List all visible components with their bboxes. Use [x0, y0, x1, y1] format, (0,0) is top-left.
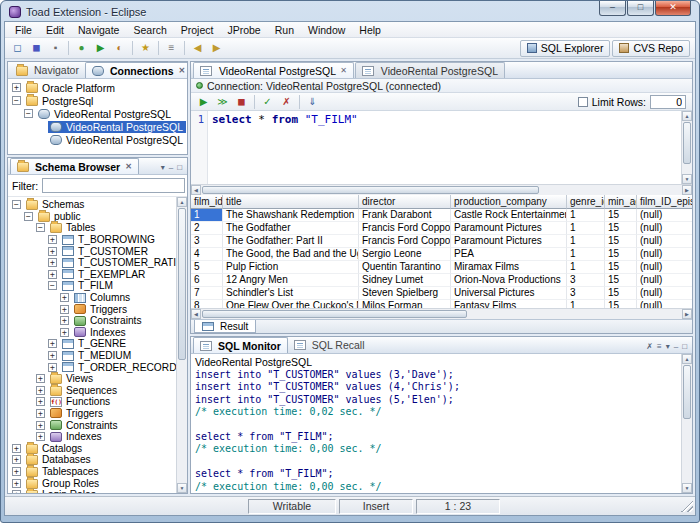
grid-cell[interactable]: Francis Ford Coppola — [359, 222, 451, 235]
tree-item-views[interactable]: +Views — [8, 373, 176, 385]
schema-tree-scrollbar[interactable]: ▲ ▼ — [176, 197, 187, 493]
grid-cell[interactable]: Schindler's List — [223, 287, 359, 300]
resize-grip[interactable] — [681, 500, 693, 512]
title-bar[interactable]: Toad Extension - Eclipse — [1, 1, 699, 21]
grid-cell[interactable]: Quentin Tarantino — [359, 261, 451, 274]
commit-button[interactable]: ✓ — [258, 93, 277, 110]
collapse-toggle-icon[interactable]: − — [48, 281, 57, 290]
sql-explorer-button[interactable]: SQL Explorer — [520, 40, 611, 57]
filter-input[interactable] — [42, 178, 185, 193]
grid-cell[interactable]: Steven Spielberg — [359, 287, 451, 300]
grid-cell[interactable]: 15 — [605, 274, 637, 287]
tab-connections[interactable]: Connections✕ — [85, 62, 188, 78]
scrollbar-thumb[interactable] — [683, 365, 691, 419]
scrollbar-track[interactable] — [201, 309, 682, 319]
tree-item-videorental-postgresql[interactable]: −VideoRental PostgreSQL — [8, 107, 187, 120]
menu-run[interactable]: Run — [268, 23, 301, 37]
clear-icon[interactable]: ✗ — [646, 342, 653, 351]
tree-item-indexes[interactable]: +Indexes — [8, 327, 176, 339]
profile-button[interactable]: ◐ — [110, 40, 129, 57]
scroll-up-icon[interactable]: ▲ — [682, 354, 692, 364]
scrollbar-thumb[interactable] — [202, 186, 539, 194]
scroll-left-icon[interactable]: ◀ — [191, 309, 201, 319]
expand-toggle-icon[interactable]: + — [48, 363, 57, 372]
tree-item-triggers[interactable]: +Triggers — [8, 408, 176, 420]
grid-hscrollbar[interactable]: ◀ ▶ — [191, 308, 692, 319]
grid-cell[interactable]: Miramax Films — [451, 261, 567, 274]
grid-cell[interactable]: The Godfather — [223, 222, 359, 235]
menu-help[interactable]: Help — [352, 23, 388, 37]
search-button[interactable]: ★ — [136, 40, 155, 57]
grid-cell[interactable]: 4 — [191, 248, 223, 261]
expand-toggle-icon[interactable]: + — [12, 479, 21, 488]
annotation-button[interactable]: ≡ — [162, 40, 181, 57]
expand-toggle-icon[interactable]: + — [48, 235, 57, 244]
close-view-icon[interactable]: ✕ — [125, 162, 132, 171]
maximize-icon[interactable]: □ — [682, 342, 687, 351]
grid-cell[interactable]: Francis Ford Coppola — [359, 235, 451, 248]
tree-item-t-order-record[interactable]: +T_ORDER_RECORD — [8, 361, 176, 373]
grid-cell[interactable]: 15 — [605, 209, 637, 222]
expand-toggle-icon[interactable]: + — [48, 270, 57, 279]
column-header-film-id-episodes[interactable]: film_ID_episodes — [637, 195, 692, 209]
grid-cell[interactable]: (null) — [637, 209, 692, 222]
sql-editor[interactable]: 1 select * from "T_FILM" ▲ ▼ — [191, 111, 692, 184]
grid-cell[interactable]: Orion-Nova Productions — [451, 274, 567, 287]
editor-tab-videorental-postgresql[interactable]: VideoRental PostgreSQL✕ — [193, 62, 354, 78]
expand-toggle-icon[interactable]: + — [12, 83, 21, 92]
column-header-min-age[interactable]: min_age — [605, 195, 637, 209]
grid-cell[interactable]: 1 — [567, 261, 605, 274]
grid-cell[interactable]: 8 — [191, 300, 223, 308]
expand-toggle-icon[interactable]: + — [12, 455, 21, 464]
grid-cell[interactable]: (null) — [637, 261, 692, 274]
grid-cell[interactable]: 15 — [605, 248, 637, 261]
tab-sql-monitor[interactable]: SQL Monitor — [193, 337, 288, 353]
menu-search[interactable]: Search — [126, 23, 173, 37]
scroll-up-icon[interactable]: ▲ — [177, 197, 187, 207]
expand-toggle-icon[interactable]: + — [12, 490, 21, 493]
grid-cell[interactable]: The Good, the Bad and the Ugly — [223, 248, 359, 261]
tree-item-schemas[interactable]: −Schemas — [8, 199, 176, 211]
minimize-view-icon[interactable]: – — [169, 163, 173, 172]
tree-item-oracle-platform[interactable]: +Oracle Platform — [8, 81, 187, 94]
expand-toggle-icon[interactable]: + — [48, 247, 57, 256]
grid-cell[interactable]: 6 — [191, 274, 223, 287]
grid-cell[interactable]: 15 — [605, 287, 637, 300]
tree-item-catalogs[interactable]: +Catalogs — [8, 442, 176, 454]
scrollbar-thumb[interactable] — [683, 122, 691, 164]
grid-cell[interactable]: Universal Pictures — [451, 287, 567, 300]
tree-item-t-film[interactable]: −T_FILM — [8, 280, 176, 292]
grid-cell[interactable]: 15 — [605, 235, 637, 248]
grid-cell[interactable]: 1 — [567, 235, 605, 248]
tree-item-t-genre[interactable]: +T_GENRE — [8, 338, 176, 350]
menu-window[interactable]: Window — [301, 23, 352, 37]
scroll-right-icon[interactable]: ▶ — [682, 309, 692, 319]
tree-item-sequences[interactable]: +Sequences — [8, 385, 176, 397]
grid-cell[interactable]: 1 — [567, 248, 605, 261]
maximize-button[interactable]: □ — [627, 1, 654, 16]
grid-cell[interactable]: Fantasy Films — [451, 300, 567, 308]
menu-navigate[interactable]: Navigate — [71, 23, 126, 37]
scrollbar-thumb[interactable] — [178, 208, 186, 360]
grid-cell[interactable]: Milos Forman — [359, 300, 451, 308]
column-header-production-company[interactable]: production_company — [451, 195, 567, 209]
tab-sql-recall[interactable]: SQL Recall — [288, 337, 371, 353]
grid-cell[interactable]: Frank Darabont — [359, 209, 451, 222]
expand-toggle-icon[interactable]: + — [12, 467, 21, 476]
expand-toggle-icon[interactable]: + — [60, 293, 69, 302]
tree-item-login-roles[interactable]: +Login Roles — [8, 489, 176, 493]
close-view-icon[interactable]: ✕ — [179, 66, 186, 75]
scrollbar-track[interactable] — [682, 364, 692, 483]
tree-item-columns[interactable]: +Columns — [8, 292, 176, 304]
grid-cell[interactable]: PEA — [451, 248, 567, 261]
column-header-genre-id[interactable]: genre_id — [567, 195, 605, 209]
scroll-down-icon[interactable]: ▼ — [682, 483, 692, 493]
grid-cell[interactable]: One Flew Over the Cuckoo's Nest — [223, 300, 359, 308]
editor-scrollbar[interactable]: ▲ ▼ — [681, 111, 692, 184]
collapse-toggle-icon[interactable]: − — [12, 200, 21, 209]
column-header-title[interactable]: title — [223, 195, 359, 209]
grid-cell[interactable]: (null) — [637, 287, 692, 300]
grid-cell[interactable]: 15 — [605, 222, 637, 235]
tree-item-tables[interactable]: −Tables — [8, 222, 176, 234]
menu-edit[interactable]: Edit — [39, 23, 71, 37]
